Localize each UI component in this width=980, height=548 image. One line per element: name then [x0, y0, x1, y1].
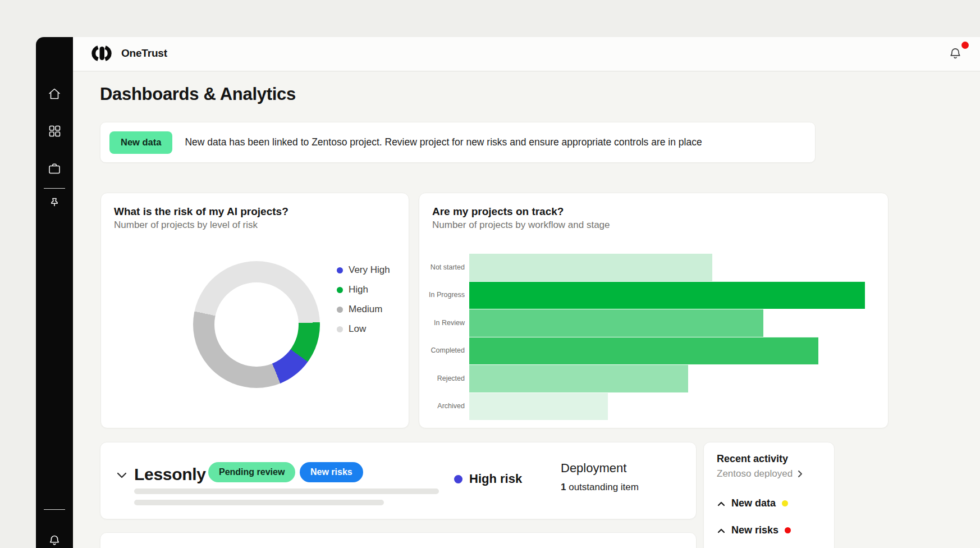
notifications-bell-button[interactable]	[947, 46, 967, 64]
bar-track	[469, 309, 865, 337]
home-icon	[47, 86, 62, 101]
pin-icon	[47, 196, 62, 211]
legend-item: Low	[337, 323, 390, 335]
sidebar-divider	[44, 188, 65, 189]
page-title: Dashboards & Analytics	[100, 84, 296, 104]
workflow-bar-chart: Not started In Progress In Review	[419, 253, 867, 420]
dashboard-grid-icon	[47, 124, 62, 138]
activity-item-new-data[interactable]: New data	[717, 497, 788, 509]
brand-name: OneTrust	[121, 47, 167, 60]
bar-track	[469, 364, 865, 392]
sidebar-item-notifications[interactable]	[36, 533, 73, 548]
project-name[interactable]: Lessonly	[134, 465, 206, 484]
donut-hole	[214, 282, 299, 367]
bar-track	[469, 337, 865, 365]
risk-card-subtitle: Number of projects by level of risk	[114, 220, 258, 231]
bar-track	[469, 281, 865, 309]
bar-row: Completed	[419, 337, 867, 365]
sidebar-item-home[interactable]	[36, 86, 73, 101]
risk-donut-chart	[193, 261, 320, 388]
legend-label: Very High	[349, 264, 390, 276]
stage-title: Deployment	[561, 461, 626, 476]
risk-level-label: High risk	[469, 472, 522, 486]
red-status-dot	[785, 527, 791, 533]
recent-activity-panel: Recent activity Zentoso deployed New dat…	[703, 442, 835, 548]
activity-item-new-risks[interactable]: New risks	[717, 524, 791, 536]
bar-row: Archived	[419, 392, 867, 421]
risk-card-title: What is the risk of my AI projects?	[114, 206, 288, 218]
activity-label: New risks	[731, 524, 778, 536]
legend-item: Medium	[337, 303, 390, 316]
bar-archived	[469, 392, 608, 421]
risk-legend: Very High High Medium Low	[337, 264, 390, 342]
legend-dot-medium	[337, 307, 343, 313]
bar-row: In Review	[419, 309, 867, 337]
bar-row: Rejected	[419, 364, 867, 392]
bar-label: In Review	[419, 309, 467, 337]
bar-label: Archived	[419, 392, 467, 421]
bar-in-review	[469, 309, 763, 337]
track-card-title: Are my projects on track?	[432, 206, 564, 218]
bar-row: Not started	[419, 253, 867, 281]
new-data-banner: New data New data has been linked to Zen…	[100, 122, 816, 163]
recent-activity-link[interactable]: Zentoso deployed	[717, 468, 803, 480]
legend-dot-very-high	[337, 267, 343, 273]
bar-in-progress	[469, 281, 865, 309]
legend-item: High	[337, 284, 390, 296]
skeleton-line	[134, 488, 439, 494]
banner-message: New data has been linked to Zentoso proj…	[185, 136, 702, 148]
sidebar-divider-bottom	[44, 509, 65, 510]
risk-chart-card: What is the risk of my AI projects? Numb…	[100, 193, 409, 428]
chevron-down-icon[interactable]	[116, 471, 127, 479]
bar-track	[469, 253, 865, 281]
legend-label: High	[349, 284, 368, 295]
status-badge-pending-review: Pending review	[208, 462, 295, 482]
track-chart-card: Are my projects on track? Number of proj…	[419, 193, 889, 428]
briefcase-icon	[47, 161, 62, 176]
onetrust-logo-icon	[89, 45, 115, 62]
recent-activity-title: Recent activity	[717, 453, 788, 465]
track-card-subtitle: Number of projects by workflow and stage	[432, 220, 610, 231]
sidebar-item-projects[interactable]	[36, 161, 73, 176]
bar-label: Not started	[419, 253, 467, 281]
next-project-card-partial	[100, 532, 697, 548]
legend-dot-high	[337, 287, 343, 293]
legend-dot-low	[337, 326, 343, 332]
chevron-up-icon	[717, 528, 725, 533]
project-row-lessonly: Lessonly Pending review New risks High r…	[100, 442, 697, 519]
sidebar-item-pinned[interactable]	[36, 196, 73, 211]
yellow-status-dot	[782, 500, 788, 506]
status-badge-new-risks: New risks	[300, 462, 363, 482]
bar-label: Rejected	[419, 364, 467, 392]
legend-item: Very High	[337, 264, 390, 276]
bar-row: In Progress	[419, 281, 867, 309]
legend-label: Low	[349, 323, 366, 335]
high-risk-dot	[454, 475, 462, 483]
bar-rejected	[469, 364, 688, 392]
chevron-right-icon	[797, 469, 803, 478]
brand[interactable]: OneTrust	[89, 45, 167, 62]
legend-label: Medium	[349, 304, 382, 315]
bar-track	[469, 392, 865, 421]
chevron-up-icon	[717, 501, 725, 506]
outstanding-count-suffix: outstanding item	[566, 482, 638, 492]
activity-label: New data	[731, 497, 776, 509]
bar-not-started	[469, 253, 712, 281]
bell-icon	[47, 533, 62, 548]
main-content: Dashboards & Analytics New data New data…	[73, 72, 980, 548]
new-data-badge: New data	[109, 131, 172, 154]
recent-activity-subtitle: Zentoso deployed	[717, 468, 793, 480]
app-window: OneTrust Dashboards & Analytics New data…	[0, 0, 980, 548]
bar-label: Completed	[419, 337, 467, 365]
stage-outstanding-count: 1 outstanding item	[561, 482, 639, 493]
top-header: OneTrust	[73, 37, 980, 71]
sidebar-item-dashboards[interactable]	[36, 124, 73, 138]
skeleton-line	[134, 500, 384, 505]
sidebar	[36, 37, 73, 548]
bar-completed	[469, 337, 818, 365]
notification-badge	[961, 42, 969, 49]
bar-label: In Progress	[419, 281, 467, 309]
